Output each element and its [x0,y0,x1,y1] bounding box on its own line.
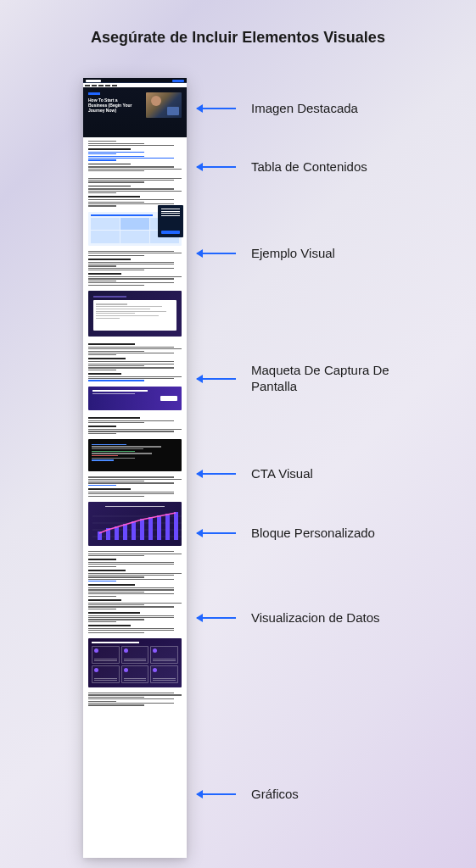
annotation-1: Tabla de Contenidos [197,159,367,175]
arrow-left-icon [197,378,236,380]
cta-inner-button [160,396,177,401]
arrow-left-icon [197,253,236,254]
article-column-mockup: How To Start a Business (Begin Your Jour… [83,78,187,858]
arrow-left-icon [197,108,236,109]
annotation-6: Visualizacion de Datos [197,610,379,626]
annotation-3: Maqueta De Captura De Pantalla [197,363,421,395]
annotation-label: CTA Visual [251,466,313,482]
annotation-7: Gráficos [197,787,299,803]
annotation-label: Tabla de Contenidos [251,159,367,175]
arrow-left-icon [197,166,236,168]
annotation-label: Maqueta De Captura De Pantalla [251,363,421,395]
arrow-left-icon [197,793,236,795]
annotation-5: Bloque Personalizado [197,526,375,542]
svg-rect-7 [123,524,127,540]
featured-image-placeholder [146,92,182,118]
annotation-label: Imagen Destacada [251,101,358,117]
cta-button-placeholder [172,80,184,82]
hero-title-text: How To Start a Business (Begin Your Jour… [88,97,135,113]
page-title: Asegúrate de Incluir Elementos Visuales [0,29,476,47]
arrow-left-icon [197,532,236,534]
visual-example-heading [91,214,153,216]
logo-placeholder [86,80,101,82]
toc-card [158,205,183,237]
annotation-label: Ejemplo Visual [251,246,335,262]
arrow-left-icon [197,473,236,475]
custom-block [88,439,182,471]
annotation-0: Imagen Destacada [197,101,358,117]
svg-rect-10 [148,517,153,540]
annotation-4: CTA Visual [197,466,313,482]
data-visualization-block [88,502,182,546]
arrow-left-icon [197,617,236,619]
annotation-label: Gráficos [251,787,299,803]
svg-rect-9 [140,519,144,540]
svg-rect-11 [157,515,161,540]
graphics-block [88,638,182,687]
annotation-label: Bloque Personalizado [251,526,375,542]
svg-rect-12 [165,514,170,540]
svg-rect-13 [174,512,178,540]
annotation-label: Visualizacion de Datos [251,610,379,626]
hero-block: How To Start a Business (Begin Your Jour… [83,78,187,137]
annotation-2: Ejemplo Visual [197,246,335,262]
cta-visual-block [88,387,182,410]
svg-rect-6 [115,526,119,540]
svg-rect-8 [132,521,136,540]
mockup-screenshot-block [88,291,182,337]
